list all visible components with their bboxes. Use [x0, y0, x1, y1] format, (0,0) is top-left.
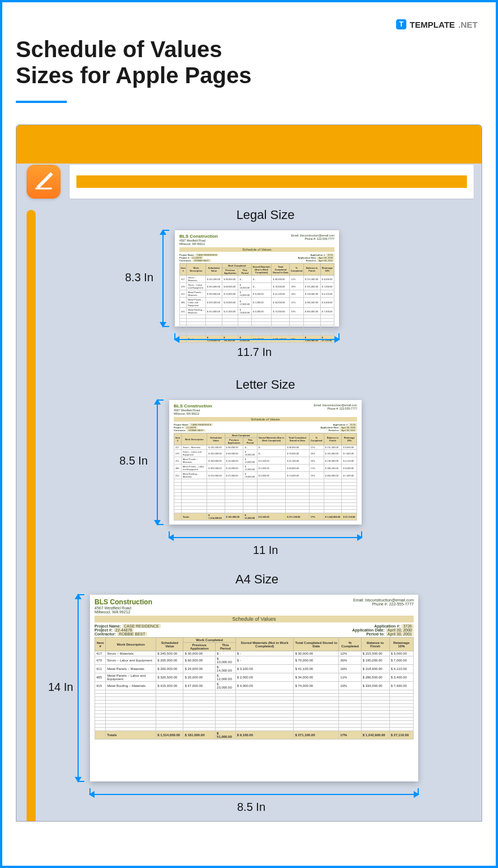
table-row: 470Struts – Labor and Equipment$ 265,000… [174, 450, 357, 457]
size-label: Letter Size [130, 377, 401, 392]
width-arrow [175, 339, 339, 340]
dim-tick [169, 531, 170, 538]
table-row: 411Metal Panels – Materials$ 260,000.00$… [174, 457, 357, 465]
page-title: Schedule of Values Sizes for Apple Pages [16, 36, 482, 88]
doc-address: 4567 Westfield RoadMillwood, WA 99212 [179, 239, 218, 246]
height-arrow [157, 400, 158, 525]
width-arrow [169, 537, 362, 538]
dim-tick [338, 333, 340, 340]
totals-row: Totals$ 1,514,000.00$ 181,000.00$ 51,000… [95, 731, 414, 740]
doc-info: Project Name: CASE RESIDENCE Project #: … [174, 423, 357, 432]
size-label: A4 Size [50, 572, 463, 587]
dim-tick [174, 333, 175, 340]
table-row: 485Metal Panels – Labor and Equipment$ 3… [180, 298, 334, 308]
width-value: 11 In [253, 544, 278, 557]
width-value: 8.5 In [237, 801, 265, 814]
svg-rect-0 [35, 188, 51, 190]
dim-tick [157, 399, 164, 401]
doc-title: Schedule of Values [179, 247, 334, 252]
doc-address: 4567 Westfield RoadMillwood, WA 99212 [174, 409, 212, 415]
doc-preview-a4: BLS Construction 4567 Westfield RoadMill… [90, 595, 418, 781]
height-value: 8.3 In [125, 271, 153, 284]
outer-frame: T TEMPLATE.NET Schedule of Values Sizes … [0, 0, 498, 868]
table-row: 470Struts – Labor and Equipment$ 265,000… [180, 283, 334, 290]
dim-tick [157, 524, 164, 525]
doc-title: Schedule of Values [174, 417, 357, 422]
brand-logo: T TEMPLATE.NET [396, 19, 478, 29]
width-value: 11.7 In [237, 346, 272, 359]
doc-preview-legal: BLS Construction 4567 Westfield RoadMill… [175, 230, 339, 326]
doc-address: 4567 Westfield RoadMillwood, WA 99212 [95, 606, 152, 614]
dim-tick [162, 230, 169, 231]
left-rail [27, 210, 36, 821]
title-underline [16, 101, 67, 103]
doc-table: Item #Work DescriptionScheduled Value Wo… [179, 263, 334, 343]
table-row: 411Metal Panels – Materials$ 260,000.00$… [95, 665, 414, 673]
doc-info: Project Name: CASE RESIDENCE Project #: … [95, 624, 414, 636]
doc-info: Project Name: CASE RESIDENCE Project #: … [179, 253, 334, 262]
size-block-letter: Letter Size 8.5 In BLS Construction 4567… [130, 377, 401, 525]
table-row: 470Struts – Labor and Equipment$ 265,000… [95, 656, 414, 665]
table-row: 415Metal Roofing – Materials$ 415,000.00… [174, 472, 357, 479]
table-row: 485Metal Panels – Labor and Equipment$ 3… [95, 673, 414, 682]
pen-icon [32, 170, 55, 194]
height-arrow [78, 595, 79, 781]
size-label: Legal Size [135, 208, 396, 222]
header-strip [70, 165, 474, 199]
table-row: 415Metal Roofing – Materials$ 415,000.00… [95, 682, 414, 690]
brand-icon: T [396, 19, 406, 29]
header-accent-bar [76, 175, 467, 188]
table-row: 417Struts – Materials$ 245,500.00$ 30,00… [174, 445, 357, 450]
dim-tick [78, 594, 84, 595]
height-arrow [162, 230, 164, 326]
brand-suffix: .NET [458, 20, 478, 29]
table-row: 417Struts – Materials$ 245,500.00$ 30,00… [95, 651, 414, 656]
width-arrow [90, 794, 418, 795]
doc-table: Item #Work DescriptionScheduled Value Wo… [174, 433, 357, 521]
height-value: 14 In [48, 681, 73, 694]
app-canvas: Legal Size 8.3 In BLS Construction 4567 … [16, 124, 482, 822]
dim-tick [361, 531, 362, 538]
size-block-legal: Legal Size 8.3 In BLS Construction 4567 … [135, 208, 396, 326]
doc-preview-letter: BLS Construction 4567 Westfield RoadMill… [169, 400, 362, 525]
dim-tick [89, 788, 91, 795]
pages-app-icon [27, 165, 61, 199]
totals-row: Totals$ 1,514,000.00$ 181,000.00$ 51,000… [174, 513, 357, 521]
size-block-a4: A4 Size 14 In BLS Construction 4567 West… [50, 572, 463, 781]
doc-company: BLS Construction [179, 234, 218, 239]
doc-table: Item #Work DescriptionScheduled Value Wo… [95, 637, 414, 740]
table-row: 415Metal Roofing – Materials$ 415,000.00… [180, 308, 334, 315]
doc-title: Schedule of Values [95, 616, 414, 622]
table-row: 485Metal Panels – Labor and Equipment$ 3… [174, 465, 357, 472]
dim-tick [162, 326, 169, 327]
dim-tick [418, 788, 419, 795]
app-topbar [16, 125, 482, 164]
doc-company: BLS Construction [95, 598, 152, 606]
table-row: 417Struts – Materials$ 245,500.00$ 30,00… [180, 276, 334, 283]
dim-tick [78, 781, 84, 782]
brand-name: TEMPLATE [410, 20, 455, 29]
table-row: 411Metal Panels – Materials$ 260,000.00$… [180, 290, 334, 298]
height-value: 8.5 In [119, 454, 148, 467]
doc-company: BLS Construction [174, 403, 212, 409]
